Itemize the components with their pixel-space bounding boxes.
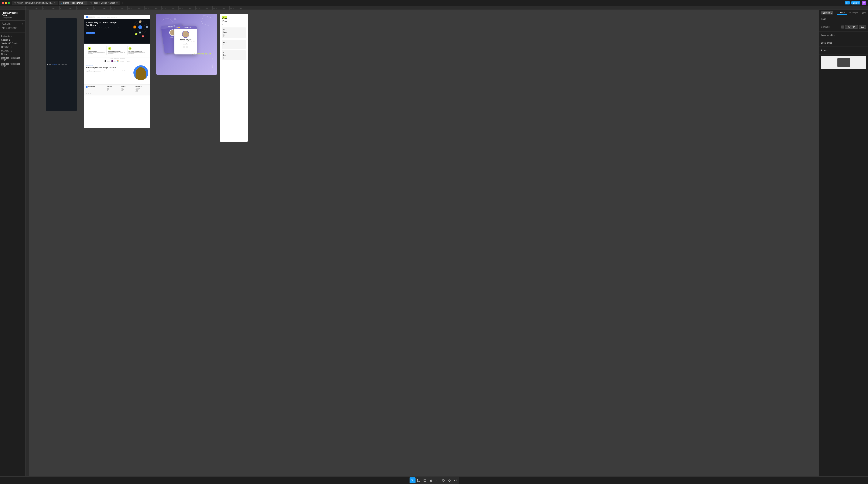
footer-company: COMPANY About Twitter Blog [106,86,119,94]
right-sidebar-top: Section 1 Design Prototype 50% [819,10,868,16]
light-hero-desc: The way you think about design is about … [86,27,120,29]
text-tool[interactable]: T [434,477,440,483]
share-button[interactable]: Share [851,1,860,4]
cursor-tool[interactable] [409,477,415,483]
nav-homepage-2[interactable]: Desktop-Homepage-1280 [0,62,25,68]
footer-product-title: PRODUCT [121,86,134,87]
partial-s1-desc: Ge...sho...bel... [223,34,245,37]
svg-rect-5 [424,479,426,481]
id-card-front: Student ID Jenna Taylor Former business … [175,26,197,54]
fill-hex-input[interactable] [845,25,858,29]
tab-close-handoff[interactable]: ✕ [116,2,118,4]
light-orbit-dot1 [135,33,137,35]
nav-desktop3[interactable]: Desktop - 3 [0,45,25,49]
light-apply-title: APPLY TO YOUR DESIGNS [128,51,146,52]
canvas-inner[interactable]: T HOME COURSES BLOG CONTACT US [29,10,819,476]
nav-student-id[interactable]: Student ID Cards [0,42,25,45]
user-avatar[interactable]: U [862,1,866,5]
light-card-complete: ✏ COMPLETE EXERCISES Easy, easy to under… [107,46,127,55]
light-apply-icon: ⚙ [128,47,131,50]
id-card-dots [176,27,180,28]
fill-color-swatch[interactable] [841,26,844,28]
ruler-mark: 2100 [204,6,212,9]
app-name: Figma Plugins Demo [2,11,24,17]
light-logos-section: LOVED BY DEVELOPERS WORKING AT github sl… [84,57,150,63]
container-section: Container [819,23,868,31]
tab-handoff[interactable]: ⬡ Product Design Handoff ✕ [88,1,120,5]
forward-button[interactable]: → [839,1,843,4]
nav-homepage-1[interactable]: Desktop-Homepage-1280 [0,56,25,62]
tab-close-demo[interactable]: ✕ [84,2,85,4]
nav-desktop2[interactable]: Desktop - 2 [0,49,25,53]
canvas-area[interactable]: T HOME COURSES BLOG CONTACT US [26,10,819,476]
svg-marker-8 [448,479,451,482]
tab-prototype[interactable]: Prototype [847,11,860,15]
light-hero-btn[interactable]: SHOW ME HOW [86,32,95,34]
frame-right-partial: A... In... Tr... Hi...Im... Ge...sho...b… [220,14,248,142]
local-variables-link[interactable]: Local variables [821,33,866,37]
id-social-2 [186,46,188,48]
frame-tool[interactable] [416,477,422,483]
dashed-rect2 [202,58,213,68]
light-nav: DESIGNERUP HOME COURSES BLOG CONTACT US [84,15,150,19]
rect-tool[interactable] [422,477,428,483]
light-orbit-center: T [138,25,142,29]
tab-design[interactable]: Design [837,11,847,15]
light-nav-courses: COURSES [101,17,105,18]
svg-text:T: T [436,479,438,482]
local-styles-section: Local styles [819,39,868,47]
light-logos-label: LOVED BY DEVELOPERS WORKING AT [85,58,149,59]
light-website-content: DESIGNERUP HOME COURSES BLOG CONTACT US [84,15,150,128]
ruler-mark: 1200 [127,6,136,9]
code-tool[interactable] [453,477,459,483]
student-frame-content: Student ID Jenna Taylor [156,14,217,75]
ellipse-tool[interactable] [440,477,446,483]
back-button[interactable]: ← [833,1,838,4]
tab-close-nextui[interactable]: ✕ [54,2,56,4]
fill-label: Container [821,26,830,28]
add-asset-button[interactable]: + [22,22,24,25]
ruler-mark: 1100 [119,6,127,9]
local-styles-link[interactable]: Local styles [821,41,866,45]
id-yellow-bar [178,27,180,28]
tab-plugins-demo[interactable]: ⬡ Figma Plugins Demo ✕ [59,1,88,5]
component-tool[interactable] [446,477,453,483]
maximize-window[interactable] [8,2,10,4]
light-card-watch: ▶ WATCH LESSONS Easy, easy to understand… [87,46,106,55]
nav-instructions[interactable]: Instructions [0,34,25,38]
nav-section1[interactable]: Section 1 [0,38,25,42]
preview-fill [837,58,850,67]
footer-social-3 [90,93,91,94]
export-link[interactable]: Export [821,49,866,53]
light-hero-title: A New Way to Learn Design For Devs [86,21,120,26]
footer-blog: Blog [106,90,119,91]
tab-nextui[interactable]: ⬡ NextUI Figma Kit (Community) (Com... ✕ [12,1,58,5]
light-nav-home: HOME [97,17,100,18]
nav-notes[interactable]: Notes [0,53,25,56]
ruler-mark: 900 [102,6,111,9]
fill-opacity-input[interactable] [859,25,866,29]
dark-website-content: T HOME COURSES BLOG CONTACT US [46,18,77,111]
light-watch-icon: ▶ [88,47,91,50]
footer-tagline: Become a new skillful designer [86,90,97,91]
apple-icon:  [126,60,126,62]
local-variables-section: Local variables [819,31,868,39]
light-complete-icon: ✏ [108,47,111,50]
light-s2-person-blob [133,65,148,80]
light-s2-person-silhouette [135,67,146,80]
add-tab-button[interactable]: + [121,1,125,5]
light-microsoft: Microsoft [118,60,124,62]
partial-section3: A...G... Ins...plu... [222,50,246,60]
close-window[interactable] [2,2,4,4]
dashed-rect [201,15,212,26]
minimize-window[interactable] [5,2,7,4]
light-hero: T A New Way to Learn Design For Devs The… [84,19,150,44]
present-button[interactable]: ▶ [845,1,850,4]
top-bar: ⬡ NextUI Figma Kit (Community) (Com... ✕… [0,0,868,6]
light-github: github [104,60,110,62]
footer-logo: DESIGNERUP [86,86,105,88]
ruler-mark: 1500 [153,6,161,9]
pen-tool[interactable] [428,477,434,483]
id-name: Jenna Taylor [175,39,197,41]
slack-icon [111,60,113,62]
